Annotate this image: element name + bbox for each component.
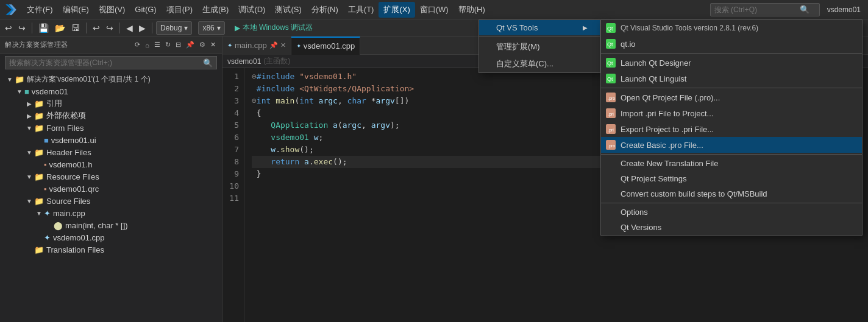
submenu-launch-designer[interactable]: Qt Launch Qt Designer — [601, 55, 862, 71]
close-sidebar-btn[interactable]: ✕ — [209, 40, 217, 49]
back-btn[interactable]: ↩ — [2, 22, 15, 34]
sidebar-search-input[interactable] — [9, 58, 203, 67]
refresh-btn[interactable]: ↻ — [164, 40, 172, 49]
sidebar-item-form-files[interactable]: ▼ 📁 Form Files — [0, 122, 222, 134]
sidebar-item-resource-files[interactable]: ▼ 📁 Resource Files — [0, 170, 222, 183]
search-input[interactable] — [714, 5, 800, 14]
filter-btn[interactable]: ☰ — [153, 40, 162, 49]
menu-analyze[interactable]: 分析(N) — [307, 2, 343, 18]
save-btn[interactable]: 💾 — [36, 22, 51, 34]
sidebar-search-box[interactable]: 🔍 — [5, 56, 217, 69]
redo-btn[interactable]: ↪ — [104, 22, 116, 34]
nav-back-btn[interactable]: ◀ — [124, 22, 135, 34]
svg-text:Qt: Qt — [607, 26, 613, 32]
solution-node[interactable]: ▼ 📁 解决方案'vsdemo01'(1 个项目/共 1 个) — [0, 73, 222, 85]
nav-fwd-btn[interactable]: ▶ — [137, 22, 148, 34]
sidebar-item-external-deps[interactable]: ▶ 📁 外部依赖项 — [0, 110, 222, 122]
search-box[interactable]: 🔍 — [710, 3, 820, 16]
submenu-import-pri[interactable]: .pri Import .pri File to Project... — [601, 105, 862, 121]
resource-files-arrow: ▼ — [24, 173, 34, 180]
menu-debug[interactable]: 调试(D) — [233, 2, 270, 18]
submenu-open-pro[interactable]: .pro Open Qt Project File (.pro)... — [601, 89, 862, 105]
save-all-btn[interactable]: 🖫 — [69, 22, 82, 34]
project-node[interactable]: ▼ ■ vsdemo01 — [0, 85, 222, 97]
solution-arrow: ▼ — [5, 76, 15, 83]
menu-tools[interactable]: 工具(T) — [343, 2, 379, 18]
references-label: 引用 — [46, 98, 217, 109]
tab-cpp-icon: ✦ — [296, 43, 301, 49]
search-icon: 🔍 — [203, 58, 213, 68]
submenu-options[interactable]: Options — [601, 205, 862, 220]
svg-text:Qt: Qt — [607, 76, 613, 82]
sidebar-item-main-func[interactable]: ▶ ⬤ main(int, char * []) — [0, 219, 222, 231]
menu-view[interactable]: 视图(V) — [94, 2, 130, 18]
create-pro-label: Create Basic .pro File... — [621, 141, 703, 150]
menu-edit[interactable]: 编辑(E) — [58, 2, 94, 18]
tab-vsdemo01-cpp[interactable]: ✦ vsdemo01.cpp — [291, 37, 361, 55]
menu-git[interactable]: Git(G) — [130, 2, 161, 16]
folder-icon: 📁 — [34, 172, 44, 181]
project-icon: ■ — [24, 87, 29, 96]
sidebar-item-vsdemo01-qrc[interactable]: ▶ ▪ vsdemo01.qrc — [0, 183, 222, 195]
submenu-qt-project-settings[interactable]: Qt Project Settings — [601, 171, 862, 186]
tab-main-cpp[interactable]: ✦ main.cpp 📌 ✕ — [222, 37, 291, 55]
folder-icon: 📁 — [34, 245, 44, 254]
folder-icon: 📁 — [34, 197, 44, 206]
resource-files-label: Resource Files — [46, 172, 217, 181]
submenu-create-pro[interactable]: .pro Create Basic .pro File... — [601, 137, 862, 153]
qt-linguist-icon: Qt — [606, 74, 616, 83]
menu-manage-extensions[interactable]: 管理扩展(M) — [479, 38, 600, 55]
references-arrow: ▶ — [24, 100, 34, 107]
settings-icon[interactable]: ⚙ — [198, 40, 207, 49]
sidebar-item-main-cpp[interactable]: ▼ ✦ main.cpp — [0, 207, 222, 219]
submenu-sep-4 — [601, 203, 862, 203]
submenu-export-pri[interactable]: .pri Export Project to .pri File... — [601, 121, 862, 137]
menu-file[interactable]: 文件(F) — [22, 2, 58, 18]
sidebar-item-vsdemo01-cpp[interactable]: ▶ ✦ vsdemo01.cpp — [0, 231, 222, 243]
menu-project[interactable]: 项目(P) — [162, 2, 197, 18]
submenu-qt-io[interactable]: Qt qt.io — [601, 36, 862, 52]
form-files-label: Form Files — [46, 124, 217, 133]
header-files-label: Header Files — [46, 148, 217, 157]
forward-btn[interactable]: ↪ — [16, 22, 28, 34]
submenu-sep-2 — [601, 88, 862, 88]
sidebar-item-vsdemo01-h[interactable]: ▶ ▪ vsdemo01.h — [0, 158, 222, 170]
menu-help[interactable]: 帮助(H) — [454, 2, 490, 18]
undo-btn[interactable]: ↩ — [90, 22, 102, 34]
menu-build[interactable]: 生成(B) — [197, 2, 233, 18]
tab-main-cpp-close[interactable]: 📌 — [269, 41, 278, 49]
submenu-convert-build[interactable]: Convert custom build steps to Qt/MSBuild — [601, 186, 862, 201]
run-button[interactable]: ▶ 本地 Windows 调试器 — [231, 21, 316, 34]
chevron-down-icon-2: ▾ — [217, 24, 221, 32]
debug-config-dropdown[interactable]: Debug ▾ — [156, 21, 192, 35]
submenu-launch-linguist[interactable]: Qt Launch Qt Linguist — [601, 71, 862, 86]
platform-dropdown[interactable]: x86 ▾ — [198, 21, 224, 35]
sidebar-item-source-files[interactable]: ▼ 📁 Source Files — [0, 195, 222, 207]
submenu-arrow-icon: ▶ — [583, 24, 588, 31]
menu-extensions[interactable]: 扩展(X) — [379, 2, 414, 18]
sidebar-item-vsdemo01-ui[interactable]: ▶ ■ vsdemo01.ui — [0, 134, 222, 146]
open-btn[interactable]: 📂 — [52, 22, 68, 34]
qt-logo-icon-2: Qt — [606, 39, 616, 49]
sync-btn[interactable]: ⟳ — [133, 40, 141, 49]
sidebar-toolbar: ⟳ ⌂ ☰ ↻ ⊟ 📌 ⚙ ✕ — [133, 40, 217, 49]
sidebar-item-header-files[interactable]: ▼ 📁 Header Files — [0, 146, 222, 158]
toolbar-sep-2 — [86, 23, 87, 33]
submenu-qt-versions[interactable]: Qt Versions — [601, 220, 862, 235]
menu-window[interactable]: 窗口(W) — [415, 2, 454, 18]
menu-custom-menu[interactable]: 自定义菜单(C)... — [479, 55, 600, 72]
sidebar-item-translation-files[interactable]: ▶ 📁 Translation Files — [0, 243, 222, 256]
launch-designer-label: Launch Qt Designer — [621, 58, 691, 68]
tab-main-cpp-close-x[interactable]: ✕ — [280, 41, 286, 49]
run-label: 本地 Windows 调试器 — [243, 23, 313, 33]
svg-text:.pro: .pro — [608, 96, 615, 101]
pin-btn[interactable]: 📌 — [185, 40, 196, 49]
sidebar-item-references[interactable]: ▶ 📁 引用 — [0, 97, 222, 110]
menu-qt-vs-tools[interactable]: Qt VS Tools ▶ — [479, 20, 600, 35]
home-btn[interactable]: ⌂ — [144, 41, 151, 49]
menu-test[interactable]: 测试(S) — [270, 2, 306, 18]
collapse-btn[interactable]: ⊟ — [174, 40, 182, 49]
launch-linguist-label: Launch Qt Linguist — [621, 74, 686, 83]
submenu-sep-3 — [601, 154, 862, 155]
submenu-create-translation[interactable]: Create New Translation File — [601, 156, 862, 171]
